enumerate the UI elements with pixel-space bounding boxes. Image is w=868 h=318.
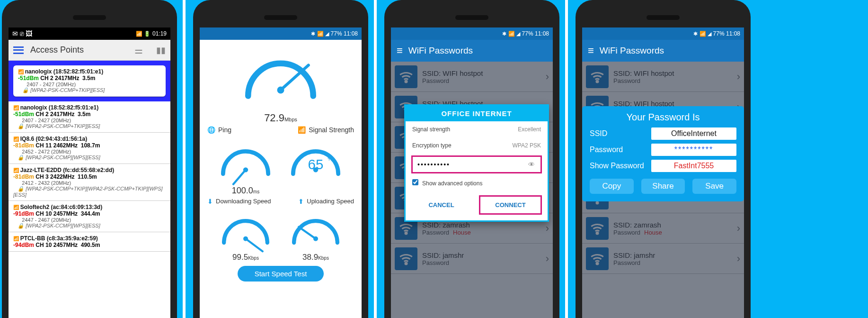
ap-row[interactable]: IQ8.6 (02:94:43:d1:56:1a) -81dBm CH 11 2… [9, 133, 170, 164]
ap-row[interactable]: PTCL-BB (c8:3a:35:9a:e2:59) -94dBm CH 10… [9, 232, 170, 252]
status-bar: ✱ 📶 ◢77% 11:08 [391, 27, 553, 40]
ap-row[interactable]: Jazz-LTE-E2DD (fc:dd:55:68:e2:dd) -81dBm… [9, 164, 170, 201]
cancel-button[interactable]: CANCEL [411, 195, 471, 215]
pause-icon[interactable]: ▮▮ [156, 45, 166, 55]
filter-icon[interactable]: ⚌ [134, 45, 143, 56]
password-masked: ********** [651, 144, 736, 156]
svg-line-2 [233, 170, 246, 184]
svg-line-6 [299, 227, 316, 239]
upload-gauge [285, 207, 346, 254]
password-dialog: Your Password Is SSIDOfficeInternet Pass… [582, 106, 744, 201]
access-point-list: nanologix (18:52:82:f5:01:e1) -51dBm CH … [9, 61, 170, 318]
svg-line-5 [246, 239, 263, 252]
main-gauge [236, 43, 326, 114]
password-field[interactable]: •••••••••• 👁 [411, 155, 542, 173]
ap-row[interactable]: Soloftech2 (ac:84:c6:09:13:3d) -91dBm CH… [9, 201, 170, 232]
download-icon: ⬇ [207, 198, 213, 205]
phone-3: ✱ 📶 ◢77% 11:08 ≡ WiFi Passwords SSID: WI… [384, 0, 559, 318]
menu-icon[interactable]: ≡ [397, 45, 403, 57]
signal-icon: 📶 [298, 126, 306, 134]
app-bar: ≡ WiFi Passwords [582, 40, 744, 62]
status-time: 01:19 [152, 30, 167, 37]
password-plain: FastInt7555 [651, 160, 736, 172]
ssid-value: OfficeInternet [651, 127, 736, 140]
phone-1: ✉ ⎚ 🖼 📶 🔋 01:19 Access Points ⚌ ▮▮ nanol… [2, 0, 177, 318]
svg-text:65: 65 [308, 156, 324, 172]
status-bar: ✱ 📶 ◢ 77% 11:08 [200, 27, 362, 40]
ping-icon: 🌐 [207, 126, 215, 134]
dialog-title: Your Password Is [590, 112, 736, 123]
upload-icon: ⬆ [298, 198, 304, 205]
page-title: WiFi Passwords [600, 45, 664, 56]
page-title: WiFi Passwords [408, 45, 473, 56]
app-bar: ≡ WiFi Passwords [391, 40, 553, 62]
download-gauge [215, 207, 276, 254]
phone-4: ✱ 📶 ◢77% 11:08 ≡ WiFi Passwords SSID: WI… [576, 0, 751, 318]
share-button[interactable]: Share [641, 179, 685, 194]
connect-button[interactable]: CONNECT [479, 195, 542, 215]
connect-dialog: OFFICE INTERNET Signal strengthExcellent… [404, 104, 549, 222]
status-bar: ✉ ⎚ 🖼 📶 🔋 01:19 [9, 27, 170, 40]
ap-row[interactable]: nanologix (18:52:82:f5:01:e1) -51dBm CH … [9, 101, 170, 133]
page-title: Access Points [30, 45, 84, 55]
status-bar: ✱ 📶 ◢77% 11:08 [582, 27, 744, 40]
ping-gauge [215, 136, 276, 188]
svg-text:%: % [328, 155, 333, 162]
start-speed-test-button[interactable]: Start Speed Test [238, 266, 324, 282]
signal-gauge: 65% [285, 136, 346, 188]
dialog-title: OFFICE INTERNET [406, 106, 548, 121]
advanced-checkbox[interactable]: Show advanced options [412, 180, 482, 187]
save-button[interactable]: Save [692, 179, 736, 194]
menu-icon[interactable] [13, 46, 24, 54]
ap-card-selected[interactable]: nanologix (18:52:82:f5:01:e1) -51dBm CH … [13, 65, 166, 97]
visibility-icon[interactable]: 👁 [528, 161, 536, 168]
phone-2: ✱ 📶 ◢ 77% 11:08 72.9Mbps 🌐Ping 📶Signal S… [193, 0, 368, 318]
app-bar: Access Points ⚌ ▮▮ [9, 40, 170, 61]
copy-button[interactable]: Copy [590, 179, 634, 194]
menu-icon[interactable]: ≡ [588, 45, 594, 57]
